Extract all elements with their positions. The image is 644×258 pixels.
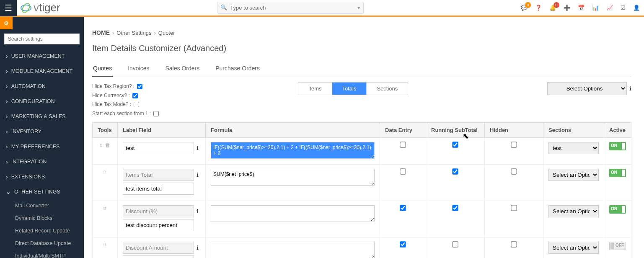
tab-invoices[interactable]: Invoices — [127, 62, 150, 77]
running-subtotal-checkbox[interactable] — [452, 205, 458, 211]
chart-icon[interactable]: 📊 — [592, 5, 599, 11]
active-toggle[interactable] — [609, 169, 626, 177]
logo: vtiger — [20, 1, 60, 14]
hide-currency-checkbox[interactable] — [132, 93, 138, 98]
breadcrumb-item[interactable]: Other Settings — [116, 30, 151, 36]
label-input — [123, 205, 194, 217]
running-subtotal-checkbox[interactable] — [452, 142, 458, 148]
tab-purchase-orders[interactable]: Purchase Orders — [215, 62, 261, 77]
table-row: ⠿ ℹ Select an Option — [93, 201, 631, 237]
active-toggle[interactable] — [609, 142, 626, 150]
info-icon: ℹ — [197, 245, 199, 251]
hamburger-menu[interactable]: ☰ — [0, 0, 17, 16]
sidebar-sub-item[interactable]: Mail Converter — [0, 199, 84, 212]
totals-table: Tools Label Field Formula Data Entry Run… — [92, 122, 631, 258]
dropdown-icon[interactable]: ▾ — [357, 5, 360, 11]
data-entry-checkbox[interactable] — [400, 142, 406, 148]
help-icon[interactable]: ❓ — [535, 5, 542, 11]
hide-tax-mode-checkbox[interactable] — [134, 102, 139, 107]
sidebar-category[interactable]: INVENTORY — [0, 124, 84, 139]
data-entry-checkbox[interactable] — [400, 242, 406, 248]
section-select[interactable]: test — [548, 142, 599, 154]
sidebar-category[interactable]: EXTENSIONS — [0, 169, 84, 184]
running-subtotal-checkbox[interactable] — [452, 242, 458, 248]
tabs: QuotesInvoicesSales OrdersPurchase Order… — [92, 62, 631, 77]
sidebar-sub-item[interactable]: Individual/Multi SMTP — [0, 250, 84, 258]
start-each-checkbox[interactable] — [153, 111, 159, 116]
label-input — [123, 242, 194, 254]
breadcrumb: HOME › Other Settings › Quoter — [92, 29, 631, 36]
breadcrumb-home[interactable]: HOME — [92, 29, 110, 36]
drag-handle-icon[interactable]: ⠿ — [100, 143, 103, 148]
formula-textarea[interactable] — [211, 242, 375, 258]
sidebar-category[interactable]: INTEGRATION — [0, 154, 84, 169]
bell-icon[interactable]: 🔔0 — [549, 5, 556, 11]
sidebar-category[interactable]: MY PREFERENCES — [0, 139, 84, 154]
hidden-checkbox[interactable] — [511, 242, 517, 248]
hidden-checkbox[interactable] — [511, 169, 517, 175]
active-toggle[interactable] — [609, 205, 626, 214]
calendar-icon[interactable]: 📅 — [578, 5, 585, 11]
search-icon: 🔍 — [220, 4, 227, 10]
sidebar-sub-item[interactable]: Related Record Update — [0, 224, 84, 237]
hide-currency-label: Hide Currency? : — [92, 91, 130, 101]
settings-search-input[interactable] — [4, 34, 80, 44]
sidebar-sub-item[interactable]: Direct Database Update — [0, 237, 84, 250]
start-each-label: Start each section from 1 : — [92, 109, 151, 119]
hide-tax-region-label: Hide Tax Region? : — [92, 82, 134, 91]
label-input — [123, 169, 194, 181]
drag-handle-icon[interactable]: ⠿ — [103, 243, 107, 248]
hide-tax-mode-label: Hide Tax Mode? : — [92, 100, 131, 109]
table-row: ⠿ ℹ Select an Option — [93, 237, 631, 258]
segment-items[interactable]: Items — [298, 83, 332, 95]
formula-textarea[interactable]: SUM($net_price$) — [211, 169, 375, 186]
area-chart-icon[interactable]: 📈 — [606, 5, 613, 11]
chat-icon[interactable]: 💬0 — [521, 5, 528, 11]
running-subtotal-checkbox[interactable] — [452, 169, 458, 175]
plus-icon[interactable]: ➕ — [564, 5, 570, 11]
global-search-input[interactable] — [217, 2, 364, 14]
checkbox-icon[interactable]: ☑ — [621, 5, 626, 11]
sidebar-category[interactable]: AUTOMATION — [0, 79, 84, 94]
breadcrumb-item[interactable]: Quoter — [158, 30, 175, 36]
select-options-dropdown[interactable]: Select Options — [547, 82, 627, 95]
segment-totals[interactable]: Totals — [332, 83, 367, 95]
section-select[interactable]: Select an Option — [548, 169, 599, 181]
formula-textarea[interactable] — [211, 205, 375, 222]
settings-gear-icon[interactable]: ⚙ — [0, 17, 13, 29]
sidebar-category[interactable]: MODULE MANAGEMENT — [0, 64, 84, 79]
drag-handle-icon[interactable]: ⠿ — [103, 206, 107, 211]
table-row: ⠿ 🗑 ℹ IF((SUM($net_price$)>=20),2,1) + 2… — [93, 138, 631, 165]
section-select[interactable]: Select an Option — [548, 242, 599, 254]
page-title: Item Details Customizer (Advanced) — [92, 44, 631, 53]
tab-sales-orders[interactable]: Sales Orders — [165, 62, 201, 77]
info-icon: ℹ — [197, 208, 199, 214]
hide-tax-region-checkbox[interactable] — [137, 84, 142, 89]
sidebar-category[interactable]: OTHER SETTINGS — [0, 184, 84, 199]
tab-quotes[interactable]: Quotes — [92, 62, 113, 77]
name-input[interactable] — [123, 183, 194, 195]
info-icon: ℹ — [629, 85, 631, 92]
active-toggle[interactable] — [609, 242, 626, 250]
data-entry-checkbox[interactable] — [400, 169, 406, 175]
name-input[interactable] — [123, 255, 194, 258]
sidebar-category[interactable]: USER MANAGEMENT — [0, 49, 84, 64]
sidebar-category[interactable]: CONFIGURATION — [0, 94, 84, 109]
hidden-checkbox[interactable] — [511, 205, 517, 211]
section-select[interactable]: Select an Option — [548, 205, 599, 217]
info-icon: ℹ — [197, 172, 199, 178]
formula-textarea[interactable]: IF((SUM($net_price$)>=20),2,1) + 2 + IF(… — [211, 142, 375, 159]
user-icon[interactable]: 👤 — [633, 5, 640, 11]
label-input[interactable] — [123, 142, 194, 154]
sidebar: USER MANAGEMENTMODULE MANAGEMENTAUTOMATI… — [0, 17, 84, 258]
info-icon: ℹ — [197, 145, 199, 151]
table-row: ⠿ ℹ SUM($net_price$) Select an Option — [93, 165, 631, 201]
data-entry-checkbox[interactable] — [400, 205, 406, 211]
sidebar-category[interactable]: MARKETING & SALES — [0, 109, 84, 124]
drag-handle-icon[interactable]: ⠿ — [103, 170, 107, 175]
name-input[interactable] — [123, 219, 194, 231]
hidden-checkbox[interactable] — [511, 142, 517, 148]
sidebar-sub-item[interactable]: Dynamic Blocks — [0, 212, 84, 224]
delete-icon[interactable]: 🗑 — [105, 142, 110, 148]
segment-sections[interactable]: Sections — [367, 83, 408, 95]
